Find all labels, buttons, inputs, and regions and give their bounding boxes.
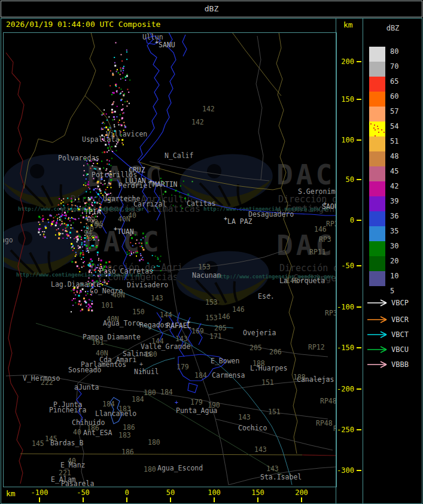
radar-echo-cell (114, 65, 116, 66)
radar-echo-cell (96, 188, 98, 189)
radar-echo-cell (146, 242, 148, 244)
radar-echo-cell (48, 221, 49, 223)
place-label: TUAN (117, 227, 134, 236)
radar-echo-cell (95, 269, 96, 270)
radar-echo-cell (105, 262, 107, 263)
radar-echo-cell (82, 212, 83, 214)
right-axis-tick-label: 150 (329, 96, 354, 103)
radar-echo-cell (63, 205, 64, 206)
radar-echo-cell (69, 208, 70, 210)
site-marker: + (139, 361, 143, 368)
route-label: 146 (314, 225, 327, 233)
radar-echo-cell (103, 168, 104, 169)
radar-echo-cell (109, 160, 110, 162)
radar-echo-cell (95, 188, 96, 189)
bottom-axis-tick-label: 0 (114, 488, 140, 497)
radar-echo-cell (80, 290, 81, 291)
radar-echo-cell (67, 211, 68, 212)
radar-echo-cell (77, 241, 78, 242)
radar-echo-cell (179, 192, 180, 193)
radar-echo-cell (120, 124, 121, 125)
radar-echo-cell (160, 256, 162, 257)
radar-echo-cell (74, 248, 75, 249)
radar-echo-cell (72, 245, 74, 246)
radar-echo-cell (82, 250, 83, 251)
place-label: Carmensa (212, 371, 245, 379)
radar-echo-cell (60, 233, 62, 234)
radar-echo-cell (89, 199, 90, 201)
right-axis-tick-label: -250 (329, 426, 354, 433)
radar-echo-cell (157, 259, 159, 260)
radar-echo-cell (108, 144, 109, 145)
radar-echo-cell (55, 216, 56, 217)
color-scale-value: 54 (390, 123, 414, 130)
vector-arrow-icon (366, 330, 390, 339)
radar-echo-cell (78, 199, 80, 200)
speckle (384, 132, 385, 133)
route-label: 188 (293, 373, 306, 381)
radar-echo-cell (143, 249, 145, 251)
radar-echo-cell (123, 113, 124, 114)
radar-echo-cell (118, 122, 119, 123)
right-axis-tick (357, 306, 361, 308)
radar-echo-cell (58, 228, 59, 229)
radar-echo-cell (71, 217, 72, 218)
route-label: 143 (151, 294, 163, 302)
color-scale-band (369, 107, 385, 122)
radar-echo-cell (76, 231, 78, 233)
radar-echo-cell (163, 194, 164, 195)
radar-echo-cell (56, 222, 57, 224)
radar-echo-cell (175, 190, 176, 192)
radar-echo-cell (114, 62, 115, 63)
radar-echo-cell (87, 264, 89, 266)
vector-legend-row: VBCR (366, 315, 422, 324)
radar-echo-cell (78, 295, 80, 297)
color-scale-band (369, 77, 385, 92)
radar-echo-cell (84, 244, 86, 245)
color-scale-value: 57 (390, 108, 414, 115)
radar-echo-cell (83, 175, 84, 176)
radar-echo-cell (115, 84, 116, 86)
radar-echo-cell (160, 261, 161, 262)
radar-echo-cell (131, 253, 132, 254)
vector-legend-label: VBCP (391, 299, 409, 307)
radar-echo-cell (92, 260, 93, 262)
radar-echo-cell (91, 196, 93, 198)
radar-echo-cell (112, 103, 114, 104)
color-scale-band (369, 226, 385, 241)
radar-echo-cell (96, 267, 97, 268)
color-scale-value: 45 (390, 168, 414, 175)
radar-echo-cell (116, 116, 117, 117)
radar-echo-cell (74, 238, 75, 239)
vector-legend-row: VBBB (366, 360, 422, 369)
right-axis-tick (357, 347, 361, 348)
route-label: 183 (118, 405, 131, 413)
radar-echo-cell (99, 189, 101, 190)
radar-echo-cell (106, 168, 107, 169)
route-label: 221 (59, 469, 71, 477)
radar-echo-cell (87, 293, 88, 294)
color-scale-band (369, 196, 385, 211)
right-axis-tick (357, 99, 361, 100)
radar-echo-cell (68, 217, 69, 218)
radar-echo-cell (44, 236, 46, 238)
radar-echo-cell (87, 184, 89, 186)
radar-echo-cell (92, 264, 94, 266)
radar-echo-cell (115, 145, 117, 147)
color-scale-value: 60 (390, 93, 414, 100)
radar-echo-cell (75, 298, 76, 299)
radar-echo-cell (98, 202, 99, 204)
radar-echo-cell (90, 259, 92, 260)
radar-echo-cell (93, 189, 95, 190)
route-label: 180 (148, 438, 160, 447)
radar-echo-cell (100, 264, 101, 265)
place-label: Nacunan (192, 271, 221, 280)
right-axis-tick-label: -100 (329, 303, 354, 311)
radar-echo-cell (104, 180, 105, 181)
route-label: 184 (102, 400, 115, 408)
radar-echo-cell (71, 290, 72, 292)
radar-echo-cell (105, 126, 107, 128)
radar-echo-cell (152, 255, 153, 256)
radar-echo-cell (78, 208, 80, 210)
radar-echo-cell (106, 120, 108, 121)
